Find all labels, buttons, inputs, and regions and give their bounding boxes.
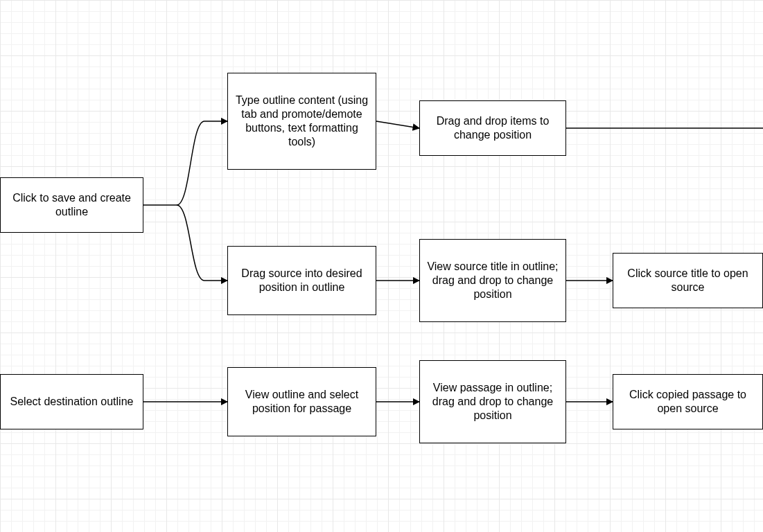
box-label: Click to save and create outline <box>6 191 137 219</box>
box-label: Drag and drop items to change position <box>426 114 560 142</box>
box-click-copied: Click copied passage to open source <box>613 374 763 429</box>
box-view-passage: View passage in outline; drag and drop t… <box>419 360 566 443</box>
box-label: Select destination outline <box>10 395 134 409</box>
box-save-create: Click to save and create outline <box>0 177 143 233</box>
box-label: View passage in outline; drag and drop t… <box>426 381 560 423</box>
box-label: View outline and select position for pas… <box>234 388 370 416</box>
diagram-canvas: Click to save and create outline Type ou… <box>0 0 763 532</box>
box-label: View source title in outline; drag and d… <box>426 260 560 301</box>
box-view-source-title: View source title in outline; drag and d… <box>419 239 566 322</box>
box-select-dest: Select destination outline <box>0 374 143 429</box>
box-drag-source: Drag source into desired position in out… <box>227 246 376 315</box>
box-label: Type outline content (using tab and prom… <box>234 94 370 149</box>
box-type-content: Type outline content (using tab and prom… <box>227 73 376 170</box>
box-click-source-title: Click source title to open source <box>613 253 763 308</box>
box-label: Click copied passage to open source <box>619 388 757 416</box>
box-label: Drag source into desired position in out… <box>234 267 370 294</box>
box-label: Click source title to open source <box>619 267 757 294</box>
box-view-outline-select: View outline and select position for pas… <box>227 367 376 436</box>
box-drag-items: Drag and drop items to change position <box>419 100 566 156</box>
